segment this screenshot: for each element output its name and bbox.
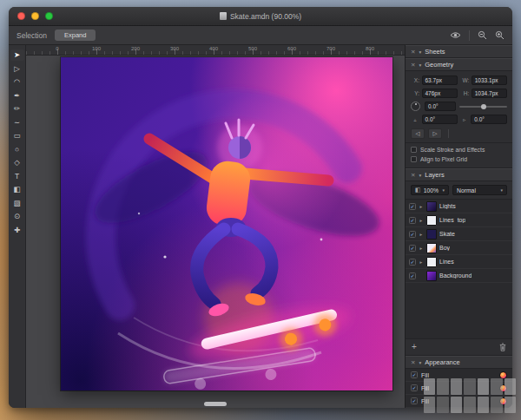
close-icon[interactable]: ✕ [411,62,415,69]
blend-mode-value: Normal [457,187,476,194]
fill-gradient-swatch[interactable] [499,397,507,405]
pen-tool[interactable]: ✒ [10,90,24,102]
title-bar[interactable]: Skate.amdn (90.00%) [9,7,512,26]
flip-vertical-button[interactable]: ▷ [428,128,442,139]
gradient-tool[interactable]: ◧ [10,184,24,195]
move-tool[interactable]: ➤ [10,49,24,61]
zoom-in-icon[interactable] [495,30,505,40]
close-icon[interactable]: ✕ [411,359,415,366]
chevron-right-icon[interactable]: ▸ [419,232,424,237]
chevron-down-icon[interactable]: ▾ [419,173,421,178]
ruler-label: 400 [209,46,218,51]
fill-gradient-swatch[interactable] [499,371,507,379]
layer-thumbnail [426,229,437,240]
zoom-tool[interactable]: ⊙ [10,211,24,222]
width-input[interactable]: 1033.1px [472,75,507,85]
ellipse-tool[interactable]: ○ [10,144,24,155]
tool-strip: ➤ ▷ ◠ ✒ ✏ ∼ ▭ ○ ◇ T ◧ ▨ ⊙ ✚ [9,45,26,408]
delete-layer-button[interactable] [499,339,506,355]
layer-visible-checkbox[interactable]: ✓ [409,203,416,210]
canvas-artwork[interactable] [61,57,392,390]
layer-visible-checkbox[interactable]: ✓ [409,245,416,252]
preview-eye-icon[interactable] [450,31,461,39]
chevron-right-icon[interactable]: ▸ [419,218,424,223]
zoom-out-icon[interactable] [478,30,487,40]
rectangle-tool[interactable]: ▭ [10,130,24,141]
transparency-tool[interactable]: ▨ [10,198,24,209]
chevron-right-icon[interactable]: ▸ [419,246,424,251]
pasteboard[interactable] [26,56,405,408]
horizontal-scrollbar[interactable] [26,402,405,406]
appearance-title: Appearance [425,358,459,366]
appearance-panel-header[interactable]: ✕ ▾ Appearance [406,356,512,369]
fill-row[interactable]: ✓ Fill [406,382,512,395]
corner-tool[interactable]: ◠ [10,76,24,88]
pencil-tool[interactable]: ✏ [10,103,24,115]
layer-row-lines[interactable]: ✓ ▸ Lines [406,255,512,269]
chevron-right-icon[interactable]: ▸ [419,204,424,209]
layer-visible-checkbox[interactable]: ✓ [409,217,416,224]
add-layer-button[interactable]: + [412,343,417,351]
layer-row-lines-top[interactable]: ✓ ▸ Lines_top [406,213,512,227]
chevron-down-icon: ▾ [442,187,445,193]
fill-row[interactable]: ✓ Fill [406,369,512,382]
color-picker-tool[interactable]: ✚ [10,225,24,236]
ruler-label: 600 [287,46,296,51]
scale-stroke-checkbox[interactable] [411,147,417,153]
minimize-window-button[interactable] [31,12,39,20]
close-icon[interactable]: ✕ [411,172,415,179]
expand-button[interactable]: Expand [55,30,96,41]
align-pixel-grid-checkbox[interactable] [411,156,417,162]
layer-visible-checkbox[interactable]: ✓ [409,259,416,266]
x-label: X: [411,77,419,83]
layer-row-background[interactable]: ✓ Background [406,269,512,283]
blend-mode-select[interactable]: Normal ▾ [452,185,507,195]
layer-name: Boy [439,245,450,251]
ruler-label: 0 [56,46,58,51]
close-icon[interactable]: ✕ [411,49,415,56]
chevron-down-icon[interactable]: ▾ [419,49,421,55]
fill-visible-checkbox[interactable]: ✓ [411,371,418,378]
layer-row-skate[interactable]: ✓ ▸ Skate [406,227,512,241]
layers-panel-header[interactable]: ✕ ▾ Layers [406,168,512,181]
layer-name: Background [439,272,472,279]
height-input[interactable]: 1034.7px [472,89,507,98]
text-tool[interactable]: T [10,171,24,182]
rotation-slider[interactable] [459,102,507,110]
layer-row-boy[interactable]: ✓ ▸ Boy [406,241,512,255]
align-pixel-grid-checkbox-row[interactable]: Align to Pixel Grid [411,156,507,162]
opacity-select[interactable]: ◧ 100% ▾ [411,185,449,195]
layer-visible-checkbox[interactable]: ✓ [409,231,416,238]
y-input[interactable]: 476px [422,89,458,98]
rotation-input[interactable]: 0.0° [425,102,456,111]
fill-row[interactable]: ✓ Fill [406,395,512,408]
layer-thumbnail [426,243,437,253]
chevron-down-icon[interactable]: ▾ [419,62,421,68]
shear-input[interactable]: 0.0° [422,115,458,124]
fill-visible-checkbox[interactable]: ✓ [411,384,418,391]
node-tool[interactable]: ▷ [10,63,24,75]
flip-horizontal-button[interactable]: ◁ [411,128,425,139]
sheets-panel-header[interactable]: ✕ ▾ Sheets [406,45,512,58]
polygon-tool[interactable]: ◇ [10,157,24,168]
window-title-text: Skate.amdn (90.00%) [230,12,301,21]
zoom-window-button[interactable] [45,12,53,20]
close-window-button[interactable] [17,12,25,20]
chevron-right-icon[interactable]: ▸ [419,259,424,265]
layer-name: Lights [439,203,456,209]
shear-vertical-input[interactable]: 0.0° [471,115,507,124]
rotation-dial[interactable] [411,102,420,111]
opacity-value: 100% [424,187,439,194]
brush-tool[interactable]: ∼ [10,117,24,128]
scale-stroke-checkbox-row[interactable]: Scale Stroke and Effects [411,147,507,153]
layer-visible-checkbox[interactable]: ✓ [409,272,416,279]
x-input[interactable]: 63.7px [422,75,458,85]
scrollbar-thumb[interactable] [204,402,227,406]
fill-gradient-swatch[interactable] [499,384,507,392]
layer-row-lights[interactable]: ✓ ▸ Lights [406,200,512,213]
chevron-down-icon[interactable]: ▾ [419,360,421,365]
fill-visible-checkbox[interactable]: ✓ [411,397,418,404]
slider-thumb[interactable] [481,104,487,110]
context-toolbar: Selection Expand [9,26,512,45]
geometry-panel-header[interactable]: ✕ ▾ Geometry [406,58,512,71]
